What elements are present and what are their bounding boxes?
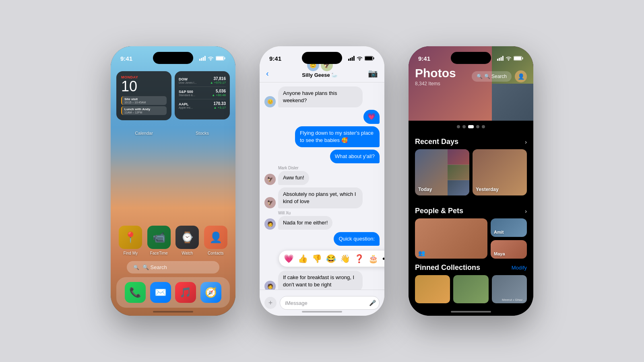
tapback-bar[interactable]: 💗 👍 👎 😂 👋 ❓ 🎂 ••• — [279, 251, 384, 267]
view-dot-5[interactable] — [482, 125, 485, 128]
svg-rect-23 — [514, 57, 521, 60]
calendar-widget[interactable]: MONDAY 10 Site visit 10:15 – 10:45AM Lun… — [116, 71, 171, 120]
stock-row-sp500: S&P 500 Standard &... 5,036 ▲ +80.48 — [179, 87, 226, 99]
svg-rect-7 — [216, 57, 223, 60]
stock-symbol-sp500: S&P 500 — [179, 90, 195, 94]
contacts-label: Contacts — [208, 251, 223, 255]
stock-price-dow: 37,816 — [210, 76, 226, 81]
mic-icon[interactable]: 🎤 — [369, 300, 376, 306]
view-dot-3[interactable] — [468, 125, 474, 128]
view-dot-2[interactable] — [462, 125, 466, 128]
app-findmy[interactable]: 📍 Find My — [119, 226, 142, 255]
recent-day-today[interactable]: Today — [415, 149, 469, 195]
message-row-2: 💗 — [264, 110, 380, 123]
tapback-haha[interactable]: 😂 — [326, 254, 336, 263]
hero-side-bottom — [492, 84, 533, 121]
status-icons-phone3 — [497, 53, 524, 61]
view-dot-1[interactable] — [457, 125, 460, 128]
event2-time: 11AM – 12PM — [124, 111, 164, 114]
tapback-exclaim[interactable]: 👋 — [340, 254, 350, 263]
tapback-thumbsdown[interactable]: 👎 — [312, 254, 322, 263]
pinned-card-2[interactable] — [453, 275, 488, 303]
messages-scroll[interactable]: 😊 Anyone have plans this weekend? 💗 Flyi… — [260, 82, 384, 290]
people-pets-header: People & Pets › — [415, 202, 527, 218]
message-row-5: 🦅 Aww fun! — [264, 171, 380, 185]
stock-name-dow: Dow Jones I... — [179, 81, 196, 84]
people-pets-chevron[interactable]: › — [525, 208, 527, 214]
svg-rect-15 — [365, 57, 372, 60]
battery-icon-2 — [365, 56, 375, 61]
recent-days-chevron[interactable]: › — [525, 139, 527, 145]
photos-scroll-area[interactable]: Recent Days › Today — [409, 133, 533, 316]
dock-music[interactable]: 🎵 — [175, 282, 196, 303]
today-mini-grid — [448, 149, 469, 195]
photos-profile-button[interactable]: 👤 — [515, 70, 527, 82]
person-large-card[interactable]: 👥 — [415, 218, 487, 259]
mini-photo-3 — [448, 180, 469, 195]
search-label: 🔍 Search — [142, 264, 167, 270]
event2-title: Lunch with Andy — [124, 107, 164, 111]
tapback-more[interactable]: ••• — [382, 254, 384, 263]
recent-day-yesterday[interactable]: Yesterday — [473, 149, 527, 195]
input-placeholder: iMessage — [285, 300, 308, 306]
svg-rect-14 — [374, 58, 374, 60]
sender-name-mark: Mark Disler — [278, 166, 380, 170]
video-call-button[interactable]: 📷 — [368, 68, 378, 78]
modify-button[interactable]: Modify — [512, 265, 527, 271]
photos-search-button[interactable]: 🔍 🔍 Search — [472, 71, 512, 82]
spotlight-search[interactable]: 🔍 🔍 Search — [127, 261, 219, 274]
photos-count: 8,342 Items — [415, 81, 456, 86]
tapback-thumbsup[interactable]: 👍 — [298, 254, 308, 263]
add-attachment-button[interactable]: + — [264, 297, 277, 309]
dock-mail[interactable]: ✉️ — [150, 282, 171, 303]
message-row-9: 🧑 If cake for breakfast is wrong, I don'… — [264, 271, 380, 290]
message-bubble-3: Flying down to my sister's place to see … — [295, 126, 380, 147]
pinned-card-1[interactable] — [415, 275, 450, 303]
contacts-icon: 👤 — [204, 226, 227, 249]
message-bubble-6: Absolutely no plans yet, which I kind of… — [278, 187, 363, 208]
svg-rect-0 — [199, 59, 200, 61]
svg-rect-16 — [497, 59, 498, 61]
message-bubble-8: Quick question: — [334, 232, 380, 246]
tapback-cake[interactable]: 🎂 — [368, 254, 378, 263]
signal-icon-3 — [497, 56, 504, 61]
message-row-4: What about y'all? — [264, 150, 380, 163]
search-label-photos: 🔍 Search — [484, 74, 507, 79]
person-amit[interactable]: Amit — [491, 218, 527, 237]
stock-price-aapl: 170.33 — [213, 101, 226, 106]
person-maya[interactable]: Maya — [491, 240, 527, 259]
back-button[interactable]: ‹ — [266, 69, 272, 78]
mini-photo-2 — [448, 165, 469, 180]
tapback-heart[interactable]: 💗 — [284, 254, 294, 263]
svg-rect-17 — [499, 58, 500, 61]
group-icon: 👥 — [418, 250, 425, 256]
dock-phone[interactable]: 📞 — [125, 282, 146, 303]
mini-photo-1 — [448, 149, 469, 165]
facetime-icon: 📹 — [147, 226, 171, 249]
app-contacts[interactable]: 👤 Contacts — [204, 226, 227, 255]
tapback-question[interactable]: ❓ — [354, 254, 364, 263]
stock-name-sp500: Standard &... — [179, 94, 195, 97]
stocks-widget[interactable]: DOW Dow Jones I... 37,816 ▲ +570.17 S&P … — [175, 71, 230, 119]
svg-rect-10 — [352, 57, 353, 61]
findmy-icon: 📍 — [119, 226, 142, 249]
view-dot-4[interactable] — [476, 125, 479, 128]
people-grid: 👥 Amit Maya — [415, 218, 527, 259]
pinned-card-3[interactable]: Meerut • Ghaz... — [492, 275, 527, 303]
status-time-phone1: 9:41 — [120, 52, 132, 62]
yesterday-label: Yesterday — [476, 187, 499, 192]
stock-price-sp500: 5,036 — [212, 89, 226, 93]
message-bubble-1: Anyone have plans this weekend? — [278, 86, 363, 107]
phones-container: 9:41 — [111, 0, 533, 362]
search-icon: 🔍 — [133, 265, 139, 270]
dock-safari[interactable]: 🧭 — [200, 282, 221, 303]
group-name[interactable]: Silly Geese 🦢 — [302, 72, 338, 78]
app-facetime[interactable]: 📹 FaceTime — [147, 226, 171, 255]
app-watch[interactable]: ⌚ Watch — [175, 226, 199, 255]
tapback-row: 💗 👍 👎 😂 👋 ❓ 🎂 ••• ✏️ — [279, 248, 380, 269]
wifi-icon-2 — [357, 56, 363, 61]
photos-content: 9:41 — [409, 46, 533, 316]
status-time-phone2: 9:41 — [269, 52, 281, 62]
imessage-input[interactable]: iMessage 🎤 — [280, 296, 380, 310]
message-row-7: 🧑 Nada for me either! — [264, 216, 380, 230]
